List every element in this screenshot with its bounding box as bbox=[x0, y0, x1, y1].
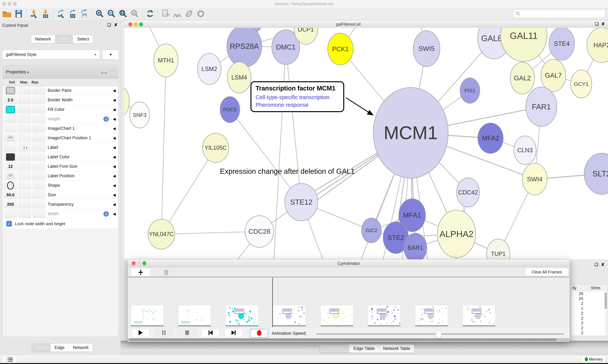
lock-checkbox[interactable]: ✓ bbox=[6, 221, 12, 227]
collapse-arrow-icon[interactable]: ◀ bbox=[113, 183, 116, 188]
tab-style[interactable]: Style bbox=[55, 35, 73, 43]
zoom-out-button[interactable] bbox=[106, 9, 117, 19]
default-value[interactable]: 2.0 bbox=[8, 98, 13, 103]
zoom-selected-button[interactable] bbox=[129, 9, 141, 19]
search-field[interactable] bbox=[513, 10, 605, 18]
first-neighbors-button[interactable] bbox=[171, 9, 183, 19]
property-row-label-font-size[interactable]: 12 Label Font Size ◀ bbox=[3, 162, 118, 171]
annotation-box[interactable]: Transcription factor MCM1 Cell-type-spec… bbox=[250, 81, 344, 112]
export-network-button[interactable] bbox=[55, 9, 67, 19]
def-cell[interactable] bbox=[4, 87, 17, 95]
default-value[interactable]: 50.0 bbox=[6, 193, 14, 197]
close-panel-icon[interactable]: ✘ bbox=[601, 262, 605, 267]
table-row[interactable]: 2 bbox=[571, 301, 608, 306]
collapse-arrow-icon[interactable]: ◀ bbox=[113, 212, 116, 216]
zoom-fit-button[interactable] bbox=[117, 9, 129, 19]
skip-start-button[interactable] bbox=[202, 329, 219, 337]
float-panel-icon[interactable]: ❑ bbox=[594, 262, 598, 267]
default-swatch[interactable] bbox=[6, 87, 15, 94]
def-cell[interactable] bbox=[4, 115, 17, 123]
collapse-arrow-icon[interactable]: ◀ bbox=[113, 88, 116, 93]
def-cell[interactable] bbox=[4, 124, 17, 132]
byp-cell[interactable] bbox=[32, 191, 45, 199]
byp-cell[interactable] bbox=[32, 87, 45, 95]
frame-thumbnail-0[interactable] bbox=[131, 305, 164, 325]
map-cell[interactable] bbox=[18, 96, 31, 104]
tab-network[interactable]: Network bbox=[31, 35, 55, 43]
map-cell[interactable] bbox=[18, 191, 31, 199]
frame-thumbnail-3[interactable] bbox=[273, 305, 306, 325]
float-panel-icon[interactable]: ❑ bbox=[107, 23, 111, 27]
table-row[interactable]: 2 bbox=[571, 316, 608, 321]
frame-thumbnail-6[interactable] bbox=[415, 305, 448, 325]
byp-cell[interactable] bbox=[32, 200, 45, 208]
position-icon[interactable] bbox=[8, 174, 13, 178]
byp-cell[interactable] bbox=[32, 115, 45, 123]
map-cell[interactable] bbox=[18, 153, 31, 161]
style-options-button[interactable]: ▼ bbox=[103, 50, 119, 59]
style-tab-network[interactable]: Network bbox=[69, 344, 93, 352]
info-icon[interactable]: i bbox=[103, 211, 109, 217]
table-tab-node-table[interactable]: Node Table bbox=[319, 345, 349, 353]
collapse-arrow-icon[interactable]: ◀ bbox=[113, 136, 116, 140]
map-cell[interactable] bbox=[18, 162, 31, 170]
position-icon[interactable] bbox=[8, 136, 13, 140]
style-tab-node[interactable]: Node bbox=[32, 344, 51, 352]
property-row-size[interactable]: 50.0 Size ◀ bbox=[3, 190, 118, 200]
def-cell[interactable]: 255 bbox=[4, 200, 17, 208]
byp-cell[interactable] bbox=[32, 162, 45, 170]
property-row-label-position[interactable]: Label Position ◀ bbox=[3, 171, 118, 181]
table-row[interactable]: 2 bbox=[571, 330, 608, 335]
pause-button[interactable] bbox=[155, 329, 173, 337]
table-row[interactable]: 26 bbox=[571, 291, 608, 296]
hide-selected-button[interactable] bbox=[183, 9, 195, 19]
map-cell[interactable] bbox=[18, 172, 31, 180]
collapse-arrow-icon[interactable]: ◀ bbox=[113, 193, 116, 197]
map-cell[interactable] bbox=[18, 105, 31, 114]
default-value[interactable]: 255 bbox=[7, 202, 14, 207]
network-titlebar[interactable]: galFiltered.sif ❑ ✘ bbox=[124, 21, 608, 28]
collapse-arrow-icon[interactable]: ◀ bbox=[113, 117, 116, 121]
property-row-border-width[interactable]: 2.0 Border Width ◀ bbox=[3, 95, 118, 105]
table-row[interactable]: 1 bbox=[571, 306, 608, 311]
byp-cell[interactable] bbox=[32, 181, 45, 189]
byp-cell[interactable] bbox=[32, 143, 45, 152]
def-cell[interactable]: 2.0 bbox=[4, 96, 17, 104]
collapse-arrow-icon[interactable]: ◀ bbox=[113, 107, 116, 112]
table-row[interactable]: 2 bbox=[571, 321, 608, 325]
map-cell[interactable] bbox=[18, 87, 31, 95]
def-cell[interactable] bbox=[4, 172, 17, 180]
import-table-button[interactable] bbox=[40, 9, 52, 19]
copy-view-button[interactable] bbox=[160, 9, 171, 19]
collapse-arrow-icon[interactable]: ◀ bbox=[113, 202, 116, 207]
table-tab-edge-table[interactable]: Edge Table bbox=[349, 345, 379, 353]
refresh-layout-button[interactable] bbox=[144, 9, 156, 19]
def-cell[interactable]: 12 bbox=[4, 162, 17, 170]
collapse-arrow-icon[interactable]: ◀ bbox=[113, 126, 116, 131]
discrete-mapping-icon[interactable]: ⋮› bbox=[22, 145, 27, 150]
style-selector[interactable]: galFiltered Style ▾ bbox=[2, 50, 100, 59]
property-row-shape[interactable]: Shape ◀ bbox=[3, 181, 118, 190]
frame-thumbnail-1[interactable] bbox=[178, 305, 211, 325]
frame-thumbnail-2[interactable] bbox=[226, 305, 258, 325]
map-cell[interactable] bbox=[18, 115, 31, 123]
expand-all-icon[interactable]: ⌄⌄ bbox=[100, 69, 107, 75]
def-cell[interactable] bbox=[4, 143, 17, 152]
default-value[interactable]: 12 bbox=[8, 164, 13, 169]
property-row-image-chart-1[interactable]: Image/Chart 1 ◀ bbox=[3, 124, 118, 133]
frame-thumbnail-5[interactable] bbox=[368, 305, 401, 325]
collapse-arrow-icon[interactable]: ◀ bbox=[113, 155, 116, 159]
byp-cell[interactable] bbox=[32, 172, 45, 180]
byp-cell[interactable] bbox=[32, 134, 45, 142]
table-row[interactable]: 2 bbox=[571, 311, 608, 316]
property-row-transparency[interactable]: 255 Transparency ◀ bbox=[3, 200, 118, 209]
map-cell[interactable] bbox=[18, 134, 31, 142]
close-window-icon[interactable]: ✘ bbox=[601, 22, 605, 26]
slider-thumb[interactable] bbox=[436, 330, 442, 338]
memory-button[interactable]: Memory bbox=[582, 356, 606, 363]
export-image-button[interactable] bbox=[79, 9, 90, 19]
property-row-border-paint[interactable]: Border Paint ◀ bbox=[3, 86, 118, 95]
collapse-all-icon[interactable]: ⌃⌃ bbox=[109, 69, 115, 75]
map-cell[interactable] bbox=[18, 181, 31, 189]
network-canvas[interactable]: RPS28ADMC1DCP1PCK1SWI5GAL80GAL11STE4HAP2… bbox=[124, 28, 608, 259]
